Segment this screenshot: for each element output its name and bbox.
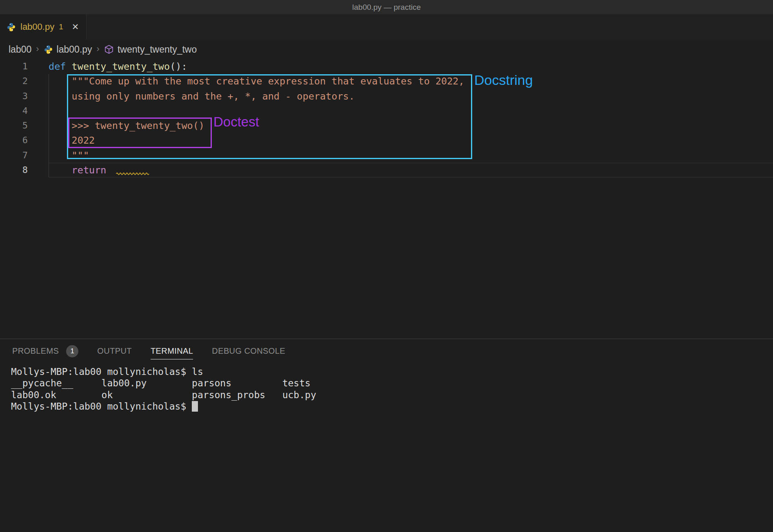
function-name-token: twenty_twenty_two [72, 61, 170, 72]
breadcrumb-item-symbol[interactable]: twenty_twenty_two [118, 44, 197, 55]
code-editor[interactable]: 1 def twenty_twenty_two(): 2 """Come up … [0, 59, 773, 339]
line-number: 6 [0, 133, 49, 148]
tab-problems-label: PROBLEMS [12, 346, 59, 356]
return-keyword-token: return [72, 164, 112, 176]
breadcrumb-item-folder[interactable]: lab00 [9, 44, 31, 55]
tab-debug-console[interactable]: DEBUG CONSOLE [212, 344, 285, 359]
tab-output[interactable]: OUTPUT [97, 344, 132, 359]
code-text: >>> twenty_twenty_two() [49, 118, 773, 133]
terminal-prompt: Mollys-MBP:lab00 mollynicholas$ [11, 401, 192, 412]
terminal-cursor [192, 401, 198, 412]
terminal-prompt-line: Mollys-MBP:lab00 mollynicholas$ [11, 401, 773, 412]
window-title: lab00.py — practice [352, 3, 421, 12]
code-text: 2022 [49, 133, 773, 148]
tab-output-label: OUTPUT [97, 346, 132, 356]
line-number: 7 [0, 148, 49, 163]
tab-problem-count: 1 [59, 22, 63, 31]
line-number: 1 [0, 59, 49, 74]
code-line[interactable]: 7 """ [0, 148, 773, 163]
python-icon [44, 45, 53, 54]
error-squiggle-icon [116, 172, 149, 175]
code-line[interactable]: 6 2022 [0, 133, 773, 148]
indent-guide [49, 74, 49, 177]
code-text [49, 104, 773, 118]
code-line[interactable]: 1 def twenty_twenty_two(): [0, 59, 773, 74]
string-token: """Come up with the most creative expres… [49, 75, 464, 87]
doctest-output-token: 2022 [49, 135, 95, 146]
python-icon [7, 22, 16, 32]
symbol-cube-icon [104, 44, 114, 54]
line-number: 5 [0, 118, 49, 133]
chevron-right-icon: › [96, 44, 100, 55]
terminal-line: lab00.ok ok parsons_probs ucb.py [11, 389, 773, 401]
code-line[interactable]: 2 """Come up with the most creative expr… [0, 74, 773, 89]
code-text: using only numbers and the +, *, and - o… [49, 89, 773, 104]
problems-count-badge: 1 [66, 345, 78, 357]
window-title-bar: lab00.py — practice [0, 0, 773, 14]
code-text: """ [49, 148, 773, 163]
tab-filename: lab00.py [20, 22, 54, 32]
code-line[interactable]: 3 using only numbers and the +, *, and -… [0, 89, 773, 104]
tab-terminal[interactable]: TERMINAL [151, 344, 193, 359]
punctuation-token: (): [170, 61, 187, 72]
breadcrumb-item-file[interactable]: lab00.py [57, 44, 92, 55]
line-number: 3 [0, 89, 49, 104]
line-number: 4 [0, 104, 49, 118]
tab-debug-console-label: DEBUG CONSOLE [212, 346, 285, 356]
terminal-output[interactable]: Mollys-MBP:lab00 mollynicholas$ ls __pyc… [0, 364, 773, 412]
code-line[interactable]: 5 >>> twenty_twenty_two() [0, 118, 773, 133]
doctest-prompt-token: >>> twenty_twenty_two() [49, 120, 204, 131]
chevron-right-icon: › [35, 44, 40, 55]
bottom-panel: PROBLEMS 1 OUTPUT TERMINAL DEBUG CONSOLE… [0, 339, 773, 532]
breadcrumb: lab00 › lab00.py › twenty_twenty_two [0, 40, 773, 59]
string-token: using only numbers and the +, *, and - o… [49, 91, 355, 102]
code-line[interactable]: 4 [0, 104, 773, 118]
indent-token [49, 164, 72, 176]
code-text: """Come up with the most creative expres… [49, 74, 773, 89]
tab-close-icon[interactable]: ✕ [72, 22, 79, 32]
terminal-line: Mollys-MBP:lab00 mollynicholas$ ls [11, 366, 773, 377]
string-token: """ [49, 150, 89, 161]
tab-terminal-label: TERMINAL [151, 346, 193, 356]
keyword-token: def [49, 61, 72, 72]
terminal-line: __pycache__ lab00.py parsons tests [11, 377, 773, 389]
tab-lab00py[interactable]: lab00.py 1 ✕ [0, 14, 87, 40]
editor-tab-strip: lab00.py 1 ✕ [0, 14, 773, 40]
tab-problems[interactable]: PROBLEMS 1 [12, 343, 78, 361]
line-number: 2 [0, 74, 49, 89]
code-text: def twenty_twenty_two(): [49, 59, 773, 74]
code-line-current[interactable]: 8 return [0, 163, 773, 177]
panel-tab-bar: PROBLEMS 1 OUTPUT TERMINAL DEBUG CONSOLE [0, 339, 773, 364]
code-text: return [49, 163, 773, 177]
line-number: 8 [0, 163, 49, 177]
